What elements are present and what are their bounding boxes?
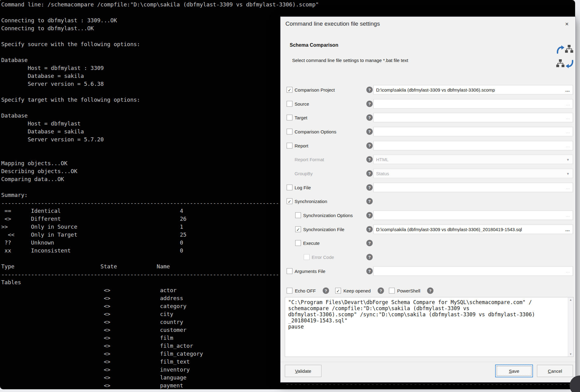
browse-icon[interactable]: ... [566, 185, 573, 190]
scrollbar[interactable]: ▲ ▼ [568, 297, 573, 357]
row-error-code: ✓ Error Code ? [281, 250, 575, 264]
scroll-down-icon[interactable]: ▼ [569, 353, 572, 356]
help-icon[interactable]: ? [366, 129, 373, 135]
browse-icon[interactable]: ... [565, 227, 573, 232]
row-source: ✓ Source ? ... [281, 97, 575, 111]
help-icon[interactable]: ? [366, 198, 373, 205]
browse-icon[interactable]: ... [566, 102, 573, 106]
synchronization-checkbox[interactable]: ✓ [287, 198, 292, 204]
help-icon[interactable]: ? [366, 184, 373, 191]
row-execute: ✓ Execute ? [281, 236, 575, 250]
help-icon[interactable]: ? [427, 288, 433, 294]
powershell-label: PowerShell [397, 288, 420, 293]
row-report-format: Report Format ? HTML ▼ [281, 152, 575, 166]
bat-file-text-box[interactable]: "C:\Program Files\Devart\dbForge Schema … [285, 297, 574, 357]
scroll-up-icon[interactable]: ▲ [569, 298, 572, 301]
execute-checkbox[interactable]: ✓ [295, 240, 301, 246]
chevron-down-icon: ▼ [566, 158, 573, 161]
error-code-label: Error Code [312, 255, 334, 260]
row-synchronization-options: ✓ Synchronization Options ? ... [281, 208, 575, 222]
help-icon[interactable]: ? [366, 212, 373, 219]
comparison-project-field[interactable]: D:\comp\sakila (dbfmylast-3309 vs dbfmyl… [373, 85, 573, 95]
report-format-select: HTML ▼ [373, 155, 573, 164]
help-icon[interactable]: ? [366, 170, 373, 177]
help-icon[interactable]: ? [366, 156, 373, 163]
help-icon[interactable]: ? [366, 240, 373, 246]
target-label: Target [295, 115, 307, 120]
arguments-file-checkbox[interactable]: ✓ [287, 268, 292, 274]
validate-button[interactable]: Validate [285, 365, 321, 377]
report-checkbox[interactable]: ✓ [287, 143, 292, 149]
report-label: Report [295, 143, 308, 148]
save-button[interactable]: Save [495, 365, 533, 377]
chevron-down-icon: ▼ [566, 172, 573, 175]
report-field[interactable]: ... [373, 141, 573, 151]
echo-off-checkbox[interactable]: ✓ [287, 288, 292, 294]
target-checkbox[interactable]: ✓ [287, 115, 292, 121]
help-icon[interactable]: ? [366, 101, 373, 107]
help-icon[interactable]: ? [366, 87, 373, 93]
help-icon[interactable]: ? [378, 288, 384, 294]
browse-icon[interactable]: ... [566, 269, 573, 273]
bat-file-text[interactable]: "C:\Program Files\Devart\dbForge Schema … [285, 297, 573, 332]
video-timeline-dashes [286, 384, 572, 385]
console-output: Command line: /schemacompare /compfile:"… [1, 1, 319, 389]
footer-divider [281, 362, 575, 362]
help-icon[interactable]: ? [366, 143, 373, 149]
browse-icon[interactable]: ... [566, 115, 573, 120]
execute-label: Execute [303, 241, 320, 246]
arguments-file-field[interactable]: ... [373, 267, 573, 276]
synchronization-file-checkbox[interactable]: ✓ [295, 227, 301, 232]
help-icon[interactable]: ? [366, 254, 373, 260]
keep-opened-checkbox[interactable]: ✓ [335, 288, 341, 294]
browse-icon[interactable]: ... [566, 129, 573, 134]
comparison-options-label: Comparison Options [295, 129, 336, 134]
row-synchronization-file: ✓ Synchronization File ? D:\comp\sakila … [281, 222, 575, 236]
echo-off-label: Echo OFF [295, 288, 316, 293]
report-format-label: Report Format [295, 157, 324, 162]
browse-icon[interactable]: ... [566, 143, 573, 148]
row-arguments-file: ✓ Arguments File ? ... [281, 264, 575, 278]
row-comparison-project: ✓ Comparison Project ? D:\comp\sakila (d… [281, 83, 575, 97]
synchronization-label: Synchronization [295, 199, 327, 204]
source-checkbox[interactable]: ✓ [287, 101, 292, 107]
synchronization-options-field[interactable]: ... [373, 211, 573, 220]
log-file-label: Log File [295, 185, 311, 190]
groupby-select: Status ▼ [373, 169, 573, 178]
log-file-checkbox[interactable]: ✓ [287, 185, 292, 191]
help-icon[interactable]: ? [366, 114, 373, 121]
section-title: Schema Comparison [290, 42, 338, 48]
target-field[interactable]: ... [373, 113, 573, 122]
close-icon[interactable]: ✕ [563, 20, 571, 28]
help-icon[interactable]: ? [323, 288, 329, 294]
browse-icon[interactable]: ... [566, 213, 573, 217]
synchronization-options-label: Synchronization Options [303, 213, 353, 218]
source-field[interactable]: ... [373, 99, 573, 109]
browse-icon[interactable]: ... [565, 87, 573, 92]
row-report: ✓ Report ? ... [281, 139, 575, 153]
cancel-button[interactable]: Cancel [537, 365, 573, 377]
comparison-options-field[interactable]: ... [373, 127, 573, 136]
section-subtitle: Select command line file settings to man… [292, 58, 408, 63]
row-log-file: ✓ Log File ? ... [281, 180, 575, 194]
comparison-project-label: Comparison Project [295, 87, 335, 93]
powershell-checkbox[interactable]: ✓ [389, 288, 395, 294]
synchronization-file-label: Synchronization File [303, 227, 344, 232]
dialog-title: Command line execution file settings [285, 20, 380, 27]
synchronization-file-field[interactable]: D:\comp\sakila (dbfmylast-3309 vs dbfmyl… [373, 225, 573, 234]
command-line-settings-dialog: Command line execution file settings ✕ S… [280, 16, 576, 383]
synchronization-options-checkbox[interactable]: ✓ [295, 212, 301, 218]
help-icon[interactable]: ? [366, 268, 373, 274]
comparison-project-checkbox[interactable]: ✓ [287, 87, 292, 93]
row-target: ✓ Target ? ... [281, 111, 575, 125]
groupby-label: GroupBy [295, 171, 313, 176]
row-synchronization: ✓ Synchronization ? [281, 194, 575, 208]
keep-opened-label: Keep opened [343, 288, 371, 293]
comparison-options-checkbox[interactable]: ✓ [287, 129, 292, 135]
help-icon[interactable]: ? [366, 226, 373, 233]
screen: { "glyphs": { "close": "✕", "check": "✓"… [0, 0, 580, 392]
source-label: Source [295, 101, 309, 107]
schema-sync-icon [556, 45, 574, 70]
bat-options-row: ✓ Echo OFF ? ✓ Keep opened ? ✓ PowerShel… [281, 284, 575, 297]
log-file-field[interactable]: ... [373, 183, 573, 192]
